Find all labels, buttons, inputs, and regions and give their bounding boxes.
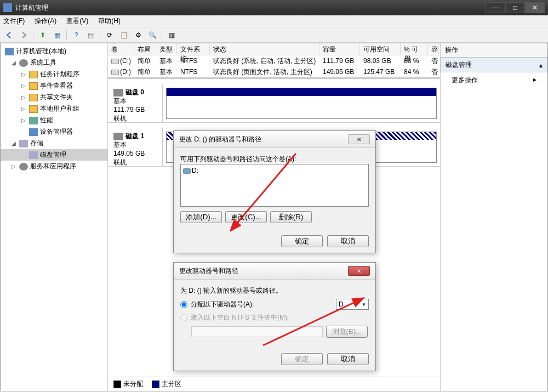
toolbar: ⬆ ▦ ? ▤ ⟳ 📋 ⚙ 🔍 ▥: [0, 27, 548, 43]
dialog1-close-button[interactable]: ✕: [348, 134, 370, 144]
col-layout[interactable]: 布局: [134, 43, 156, 55]
list-icon[interactable]: ▥: [165, 29, 178, 41]
dialog2-cancel-button[interactable]: 取消: [327, 353, 369, 365]
tree-pane: 计算机管理(本地) ◢系统工具 ▷任务计划程序 ▷事件查看器 ▷共享文件夹 ▷本…: [1, 43, 108, 391]
col-free[interactable]: 可用空间: [360, 43, 401, 55]
col-status[interactable]: 状态: [210, 43, 319, 55]
tree-scheduler[interactable]: ▷任务计划程序: [1, 69, 107, 80]
col-filesystem[interactable]: 文件系统: [177, 43, 210, 55]
add-button[interactable]: 添加(D)...: [180, 211, 222, 223]
assign-letter-radio[interactable]: [180, 301, 187, 308]
show-hide-button[interactable]: ▦: [51, 29, 63, 41]
menubar: 文件(F) 操作(A) 查看(V) 帮助(H): [0, 15, 548, 27]
change-button[interactable]: 更改(C)...: [225, 211, 267, 223]
chevron-right-icon: ▸: [533, 76, 536, 85]
legend-unallocated: 未分配: [123, 379, 143, 389]
search-icon[interactable]: 🔍: [146, 29, 158, 41]
change-drive-letter-dialog: 更改 D: () 的驱动器号和路径 ✕ 可用下列驱动器号和路径访问这个卷(A):…: [173, 130, 376, 253]
menu-action[interactable]: 操作(A): [35, 16, 56, 26]
dialog2-ok-button: 确定: [281, 353, 323, 365]
chevron-down-icon: ▼: [362, 302, 366, 307]
volume-header: 卷 布局 类型 文件系统 状态 容量 可用空间 % 可用 容: [108, 43, 440, 55]
actions-section[interactable]: 磁盘管理▴: [441, 58, 547, 72]
actions-more[interactable]: 更多操作▸: [441, 72, 547, 88]
close-button[interactable]: ✕: [525, 2, 545, 13]
col-capacity[interactable]: 容量: [319, 43, 360, 55]
forward-button[interactable]: [18, 29, 30, 41]
browse-button: 浏览(B)...: [326, 326, 368, 338]
tree-storage[interactable]: ◢存储: [1, 138, 107, 149]
assign-drive-letter-dialog: 更改驱动器号和路径 ✕ 为 D: () 输入新的驱动器号或路径。 分配以下驱动器…: [173, 262, 376, 371]
volume-row[interactable]: (C:)简单基本NTFS状态良好 (系统, 启动, 活动, 主分区)111.79…: [108, 55, 440, 66]
actions-pane: 操作 磁盘管理▴ 更多操作▸: [441, 43, 547, 391]
up-button[interactable]: ⬆: [37, 29, 49, 41]
help-button[interactable]: ?: [70, 29, 82, 41]
tree-eventviewer[interactable]: ▷事件查看器: [1, 80, 107, 92]
view-button[interactable]: ▤: [84, 29, 96, 41]
minimize-button[interactable]: —: [486, 2, 505, 13]
dialog1-title: 更改 D: () 的驱动器号和路径: [179, 135, 261, 144]
assign-letter-label: 分配以下驱动器号(A):: [191, 300, 254, 309]
mount-path-input: [191, 326, 323, 337]
dialog1-cancel-button[interactable]: 取消: [327, 235, 369, 247]
dialog2-description: 为 D: () 输入新的驱动器号或路径。: [180, 286, 369, 296]
tree-users[interactable]: ▷本地用户和组: [1, 103, 107, 115]
remove-button[interactable]: 删除(R): [270, 211, 312, 223]
window-title: 计算机管理: [15, 3, 486, 13]
settings-icon[interactable]: ⚙: [132, 29, 144, 41]
actions-header: 操作: [441, 43, 547, 58]
tree-perf[interactable]: ▷性能: [1, 115, 107, 126]
volume-row[interactable]: (D:)简单基本NTFS状态良好 (页面文件, 活动, 主分区)149.05 G…: [108, 66, 440, 77]
mount-folder-label: 装入以下空白 NTFS 文件夹中(M):: [191, 313, 289, 322]
dialog2-close-button[interactable]: ✕: [348, 266, 370, 276]
dialog1-description: 可用下列驱动器号和路径访问这个卷(A):: [180, 155, 369, 164]
dialog1-ok-button[interactable]: 确定: [281, 235, 323, 247]
app-icon: [3, 3, 12, 12]
dialog1-entry[interactable]: D:: [192, 167, 198, 174]
maximize-button[interactable]: □: [505, 2, 525, 13]
menu-help[interactable]: 帮助(H): [98, 16, 121, 26]
tree-devmgr[interactable]: 设备管理器: [1, 126, 107, 138]
tree-services[interactable]: ▷服务和应用程序: [1, 161, 107, 172]
dialog1-path-list[interactable]: D:: [180, 164, 369, 207]
disk-row[interactable]: 磁盘 0基本111.79 GB联机: [108, 84, 440, 123]
dialog2-title: 更改驱动器号和路径: [179, 266, 238, 276]
mount-folder-radio: [180, 314, 187, 321]
tree-shared[interactable]: ▷共享文件夹: [1, 92, 107, 103]
col-percent[interactable]: % 可用: [401, 43, 428, 55]
properties-icon[interactable]: 📋: [118, 29, 130, 41]
menu-file[interactable]: 文件(F): [3, 16, 25, 26]
menu-view[interactable]: 查看(V): [66, 16, 88, 26]
window-titlebar: 计算机管理 — □ ✕: [0, 0, 548, 15]
tree-diskmgmt[interactable]: 磁盘管理: [1, 149, 107, 161]
col-volume[interactable]: 卷: [108, 43, 134, 55]
col-type[interactable]: 类型: [156, 43, 177, 55]
tree-systools[interactable]: ◢系统工具: [1, 57, 107, 69]
col-fault[interactable]: 容: [428, 43, 439, 55]
collapse-icon: ▴: [539, 61, 543, 69]
refresh-icon[interactable]: ⟳: [104, 29, 116, 41]
tree-root[interactable]: 计算机管理(本地): [1, 46, 107, 57]
drive-letter-select[interactable]: D▼: [336, 299, 369, 310]
legend-primary: 主分区: [162, 379, 181, 389]
legend: 未分配 主分区: [108, 377, 440, 391]
back-button[interactable]: [3, 29, 15, 41]
